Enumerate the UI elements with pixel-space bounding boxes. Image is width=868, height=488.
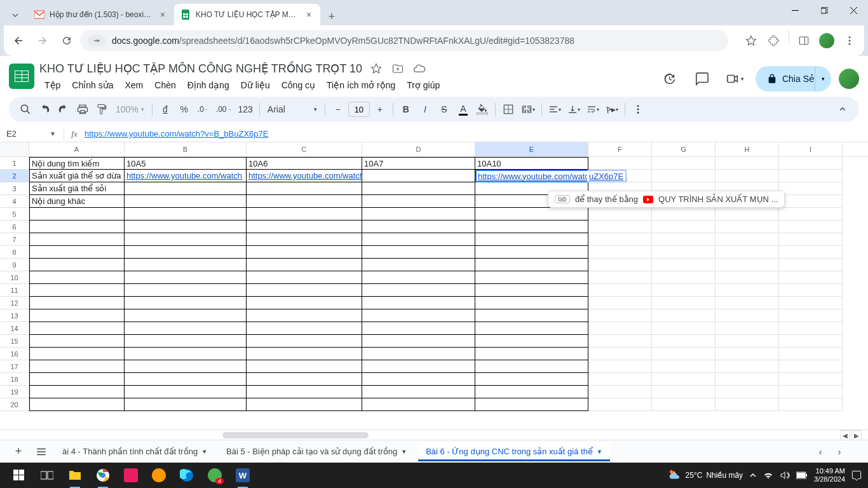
col-header[interactable]: A <box>29 142 125 156</box>
cell[interactable] <box>362 322 475 335</box>
cell[interactable] <box>29 373 125 386</box>
cell[interactable] <box>29 360 125 373</box>
cell[interactable] <box>779 335 843 348</box>
row-header[interactable]: 10 <box>0 271 29 284</box>
sheet-tab[interactable]: Bài 5 - Biện pháp cải tạo và sử dụng đất… <box>219 442 414 461</box>
cell[interactable] <box>588 373 652 386</box>
cell[interactable] <box>652 309 715 322</box>
row-header[interactable]: 13 <box>0 309 29 322</box>
cell[interactable] <box>29 246 125 259</box>
cell[interactable] <box>779 348 843 360</box>
close-window-button[interactable] <box>839 0 868 20</box>
decrease-decimal-icon[interactable]: .0← <box>194 100 212 118</box>
cell[interactable]: Sản xuất giá thể sơ dừa <box>29 170 125 182</box>
cell[interactable] <box>475 373 588 386</box>
cell[interactable] <box>779 208 843 220</box>
cell[interactable] <box>715 233 779 246</box>
cell[interactable] <box>652 259 715 271</box>
cell[interactable] <box>652 271 715 284</box>
comments-icon[interactable] <box>689 66 715 92</box>
strikethrough-icon[interactable]: S <box>435 100 453 118</box>
formula-input[interactable]: https://www.youtube.com/watch?v=B_bBuZX6… <box>81 129 868 139</box>
row-header[interactable]: 5 <box>0 208 29 220</box>
cell[interactable] <box>247 284 362 297</box>
menu-extensions[interactable]: Tiện ích mở rộng <box>322 78 400 93</box>
increase-font-icon[interactable]: + <box>371 100 389 118</box>
undo-icon[interactable] <box>36 100 53 118</box>
word-icon[interactable]: W <box>230 463 255 488</box>
cell[interactable] <box>588 309 652 322</box>
cell[interactable] <box>715 157 779 170</box>
cell[interactable]: 10A10 <box>475 157 588 170</box>
cell[interactable] <box>652 246 715 259</box>
menu-data[interactable]: Dữ liệu <box>236 78 275 93</box>
cell[interactable] <box>588 157 652 170</box>
col-header[interactable]: D <box>362 142 475 156</box>
extensions-icon[interactable] <box>763 30 785 51</box>
chrome-menu-icon[interactable] <box>839 30 860 51</box>
cell[interactable] <box>652 386 715 398</box>
cell[interactable] <box>715 398 779 411</box>
cell[interactable] <box>247 309 362 322</box>
cell[interactable] <box>588 233 652 246</box>
col-header[interactable]: G <box>652 142 715 156</box>
cell[interactable] <box>779 284 843 297</box>
cell[interactable] <box>29 297 125 309</box>
cell[interactable] <box>362 208 475 220</box>
cell[interactable] <box>475 309 588 322</box>
valign-icon[interactable]: ▾ <box>565 100 583 118</box>
cell[interactable]: 10A7 <box>362 157 475 170</box>
menu-format[interactable]: Định dạng <box>182 78 234 93</box>
cell[interactable] <box>475 335 588 348</box>
scroll-right-icon[interactable]: ▶ <box>851 430 862 440</box>
notifications-icon[interactable] <box>851 470 862 480</box>
cell[interactable] <box>652 348 715 360</box>
cell[interactable] <box>247 322 362 335</box>
decrease-font-icon[interactable]: − <box>329 100 347 118</box>
cell[interactable] <box>362 335 475 348</box>
collapse-toolbar-icon[interactable] <box>834 100 851 118</box>
cell[interactable] <box>475 360 588 373</box>
cell[interactable] <box>247 182 362 195</box>
row-header[interactable]: 14 <box>0 322 29 335</box>
cell[interactable] <box>588 335 652 348</box>
cell[interactable] <box>247 233 362 246</box>
cell[interactable] <box>475 220 588 233</box>
cell[interactable] <box>715 208 779 220</box>
cell[interactable] <box>247 271 362 284</box>
font-select[interactable]: Arial▾ <box>264 100 321 118</box>
col-header[interactable]: E <box>475 142 588 156</box>
cell[interactable] <box>779 220 843 233</box>
wifi-icon[interactable] <box>763 470 773 480</box>
cell[interactable]: 10A5 <box>125 157 247 170</box>
cell[interactable] <box>475 398 588 411</box>
row-header[interactable]: 16 <box>0 348 29 360</box>
cell[interactable] <box>125 335 247 348</box>
cell[interactable] <box>779 398 843 411</box>
cell[interactable] <box>779 297 843 309</box>
cell[interactable] <box>652 398 715 411</box>
more-formats-icon[interactable]: 123 <box>236 100 255 118</box>
cell[interactable] <box>247 348 362 360</box>
cell[interactable]: 10A6 <box>247 157 362 170</box>
cell[interactable] <box>779 157 843 170</box>
cell[interactable] <box>588 297 652 309</box>
cell[interactable] <box>779 182 843 195</box>
cell[interactable] <box>715 220 779 233</box>
select-all-corner[interactable] <box>0 142 29 156</box>
percent-icon[interactable]: % <box>175 100 193 118</box>
menu-tools[interactable]: Công cụ <box>276 78 320 93</box>
currency-icon[interactable]: đ <box>156 100 174 118</box>
cell[interactable] <box>652 322 715 335</box>
share-dropdown[interactable]: ▾ <box>815 66 831 92</box>
cell[interactable] <box>29 348 125 360</box>
cell[interactable] <box>125 195 247 208</box>
coccoc-icon[interactable]: 4 <box>202 463 227 488</box>
all-sheets-button[interactable] <box>32 442 51 461</box>
site-info-icon[interactable] <box>88 35 105 46</box>
sheets-logo[interactable] <box>9 64 34 89</box>
cell[interactable] <box>715 360 779 373</box>
cell[interactable] <box>125 297 247 309</box>
account-avatar[interactable] <box>839 69 859 89</box>
sheet-tab-active[interactable]: Bài 6 - Ứng dụng CNC trong sản xuất giá … <box>418 442 610 461</box>
